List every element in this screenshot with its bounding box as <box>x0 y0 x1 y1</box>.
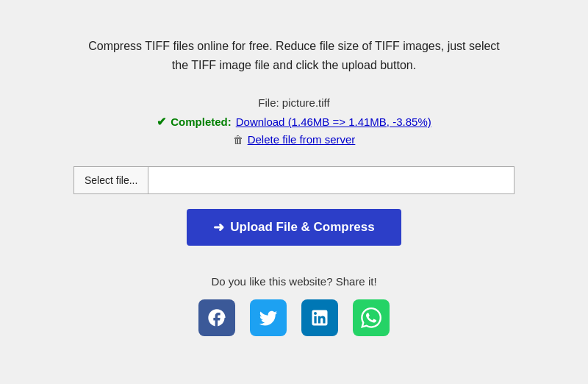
share-text: Do you like this website? Share it! <box>198 275 390 288</box>
file-name-display: File: picture.tiff <box>157 96 431 109</box>
upload-button-label: Upload File & Compress <box>230 220 374 235</box>
select-file-button[interactable]: Select file... <box>74 166 148 194</box>
check-icon: ✔ <box>157 115 166 129</box>
delete-row: 🗑 Delete file from server <box>157 133 431 146</box>
file-path-input[interactable] <box>148 166 514 194</box>
linkedin-icon <box>309 307 330 328</box>
facebook-share-button[interactable] <box>198 299 235 336</box>
facebook-icon <box>207 307 227 328</box>
file-input-row: Select file... <box>74 166 514 194</box>
main-container: Compress TIFF files online for free. Red… <box>15 15 573 384</box>
trash-icon: 🗑 <box>233 134 243 146</box>
completed-label: Completed: <box>171 115 232 128</box>
twitter-icon <box>258 307 279 328</box>
whatsapp-icon <box>361 307 381 328</box>
file-info-section: File: picture.tiff ✔ Completed: Download… <box>157 96 431 146</box>
whatsapp-share-button[interactable] <box>353 299 390 336</box>
arrow-icon: ➜ <box>213 219 224 235</box>
share-section: Do you like this website? Share it! <box>198 275 390 336</box>
completed-row: ✔ Completed: Download (1.46MB => 1.41MB,… <box>157 115 431 129</box>
delete-link[interactable]: Delete file from server <box>248 133 356 146</box>
twitter-share-button[interactable] <box>250 299 287 336</box>
upload-button[interactable]: ➜ Upload File & Compress <box>187 209 401 246</box>
social-icons-row <box>198 299 390 336</box>
download-link[interactable]: Download (1.46MB => 1.41MB, -3.85%) <box>236 115 431 128</box>
linkedin-share-button[interactable] <box>301 299 338 336</box>
page-description: Compress TIFF files online for free. Red… <box>88 37 500 74</box>
